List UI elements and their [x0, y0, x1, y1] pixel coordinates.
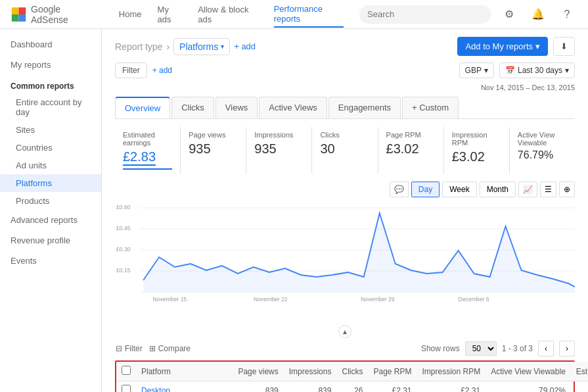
chart-btn-week[interactable]: Week — [442, 182, 476, 197]
report-header: Report type › Platforms ▾ + add Add to M… — [115, 37, 575, 56]
settings-icon-btn[interactable]: ⚙ — [499, 4, 520, 25]
svg-rect-1 — [19, 7, 26, 14]
sidebar-item-my-reports[interactable]: My reports — [0, 55, 101, 75]
report-type-text: Platforms — [179, 41, 218, 52]
svg-text:£0.60: £0.60 — [116, 204, 131, 210]
sidebar-item-entire-account[interactable]: Entire account by day — [0, 93, 101, 121]
nav-my-ads[interactable]: My ads — [158, 2, 183, 27]
col-clicks: Clicks — [336, 362, 368, 381]
nav-performance[interactable]: Performance reports — [274, 1, 344, 28]
metrics-row: Estimated earnings £2.83 Page views 935 … — [115, 127, 575, 174]
nav-right: ⚙ 🔔 ? — [359, 4, 577, 25]
metric-label-5: Impression RPM — [452, 131, 501, 147]
table-compare-button[interactable]: ⊞ Compare — [148, 343, 191, 354]
tab-clicks[interactable]: Clicks — [171, 97, 214, 118]
svg-text:November 15: November 15 — [153, 296, 187, 303]
metric-label-3: Clicks — [320, 131, 369, 139]
chart-line-icon-btn[interactable]: 📈 — [518, 182, 537, 197]
cell-desktop-active-view: 79.02% — [486, 381, 571, 393]
sidebar-item-dashboard[interactable]: Dashboard — [0, 34, 101, 55]
platform-link-desktop[interactable]: Desktop — [141, 386, 170, 393]
comment-icon-btn[interactable]: 💬 — [390, 182, 409, 197]
sidebar-item-products[interactable]: Products — [0, 192, 101, 210]
nav-home[interactable]: Home — [119, 7, 142, 22]
add-to-my-reports-button[interactable]: Add to My reports ▾ — [457, 37, 548, 56]
header-actions: Add to My reports ▾ ⬇ — [457, 37, 575, 56]
add-to-my-reports-label: Add to My reports — [465, 41, 533, 51]
add-report-link[interactable]: + add — [234, 41, 256, 51]
metric-active-view[interactable]: Active View Viewable 76.79% — [510, 127, 575, 174]
svg-rect-0 — [12, 7, 19, 14]
sidebar-item-advanced-reports[interactable]: Advanced reports — [0, 210, 101, 230]
show-rows-label: Show rows — [421, 344, 460, 353]
next-page-button[interactable]: › — [559, 341, 575, 356]
metric-label-6: Active View Viewable — [518, 131, 567, 147]
download-button[interactable]: ⬇ — [553, 37, 575, 56]
col-impression-rpm: Impression RPM — [417, 362, 486, 381]
svg-text:November 29: November 29 — [361, 296, 395, 303]
line-chart: £0.60 £0.45 £0.30 £0.15 November 15 Nove… — [115, 201, 575, 306]
row-checkbox-0[interactable] — [122, 385, 131, 392]
table-filter-button[interactable]: ⊟ Filter — [115, 343, 143, 354]
sidebar-item-platforms[interactable]: Platforms — [0, 174, 101, 192]
metric-clicks[interactable]: Clicks 30 — [312, 127, 378, 174]
report-type-label: Report type — [115, 41, 162, 52]
sidebar-item-countries[interactable]: Countries — [0, 139, 101, 157]
search-input[interactable] — [359, 5, 491, 24]
svg-text:£0.30: £0.30 — [116, 246, 131, 253]
cell-desktop-impressions: 839 — [284, 381, 337, 393]
tab-overview[interactable]: Overview — [115, 97, 170, 118]
cell-desktop-page-rpm: £2.31 — [368, 381, 417, 393]
report-type-dropdown[interactable]: Platforms ▾ — [173, 38, 230, 55]
metric-page-views[interactable]: Page views 935 — [181, 127, 246, 174]
sidebar: Dashboard My reports Common reports Enti… — [0, 29, 102, 392]
main-layout: Dashboard My reports Common reports Enti… — [0, 29, 588, 392]
chart-btn-month[interactable]: Month — [480, 182, 516, 197]
metric-value-5: £3.02 — [452, 149, 501, 164]
sidebar-item-events[interactable]: Events — [0, 251, 101, 271]
data-table: Platform Page views Impressions Clicks P… — [116, 362, 588, 392]
chart-pie-icon-btn[interactable]: ⊕ — [559, 182, 575, 197]
select-all-checkbox[interactable] — [122, 366, 131, 375]
col-active-view: Active View Viewable — [486, 362, 571, 381]
filter-button[interactable]: Filter — [115, 62, 147, 78]
chart-area: £0.60 £0.45 £0.30 £0.15 November 15 Nove… — [115, 201, 575, 320]
sidebar-item-ad-units[interactable]: Ad units — [0, 157, 101, 174]
expand-icon[interactable]: ▲ — [338, 325, 351, 338]
svg-rect-2 — [12, 14, 19, 22]
metric-impressions[interactable]: Impressions 935 — [246, 127, 312, 174]
metric-value-1: 935 — [189, 141, 238, 157]
col-impressions: Impressions — [284, 362, 337, 381]
cell-desktop-page-views: 839 — [233, 381, 283, 393]
tab-views[interactable]: Views — [215, 97, 258, 118]
cell-desktop-earnings: £1.94 — [571, 381, 588, 393]
expand-chart-btn[interactable]: ▲ — [115, 325, 575, 338]
tab-active-views[interactable]: Active Views — [259, 97, 327, 118]
report-type-area: Report type › Platforms ▾ + add — [115, 38, 256, 55]
tab-custom[interactable]: + Custom — [402, 97, 459, 118]
nav-allow-block[interactable]: Allow & block ads — [198, 2, 258, 27]
metric-value-3: 30 — [320, 141, 369, 157]
chart-btn-day[interactable]: Day — [411, 182, 440, 197]
metric-label-0: Estimated earnings — [123, 131, 172, 147]
logo-icon — [11, 5, 27, 24]
filter-add-link[interactable]: + add — [152, 66, 172, 75]
date-range-selector[interactable]: 📅 Last 30 days ▾ — [499, 62, 575, 78]
rows-per-page-select[interactable]: 50 — [465, 341, 497, 356]
prev-page-button[interactable]: ‹ — [538, 341, 554, 356]
col-page-views: Page views — [233, 362, 283, 381]
bell-icon-btn[interactable]: 🔔 — [528, 4, 549, 25]
sidebar-item-revenue-profile[interactable]: Revenue profile — [0, 230, 101, 251]
tab-engagements[interactable]: Engagements — [328, 97, 401, 118]
metric-page-rpm[interactable]: Page RPM £3.02 — [378, 127, 444, 174]
content-area: Report type › Platforms ▾ + add Add to M… — [102, 29, 588, 392]
filter-bar: Filter + add GBP ▾ 📅 Last 30 days ▾ — [115, 62, 575, 78]
metric-estimated-earnings[interactable]: Estimated earnings £2.83 — [115, 127, 181, 174]
currency-select[interactable]: GBP ▾ — [459, 62, 494, 78]
sidebar-item-sites[interactable]: Sites — [0, 121, 101, 139]
report-tabs: Overview Clicks Views Active Views Engag… — [115, 97, 575, 119]
help-icon-btn[interactable]: ? — [556, 4, 577, 25]
table-pagination-area: Show rows 50 1 - 3 of 3 ‹ › — [421, 341, 575, 356]
metric-impression-rpm[interactable]: Impression RPM £3.02 — [444, 127, 510, 174]
chart-table-icon-btn[interactable]: ☰ — [540, 182, 556, 197]
